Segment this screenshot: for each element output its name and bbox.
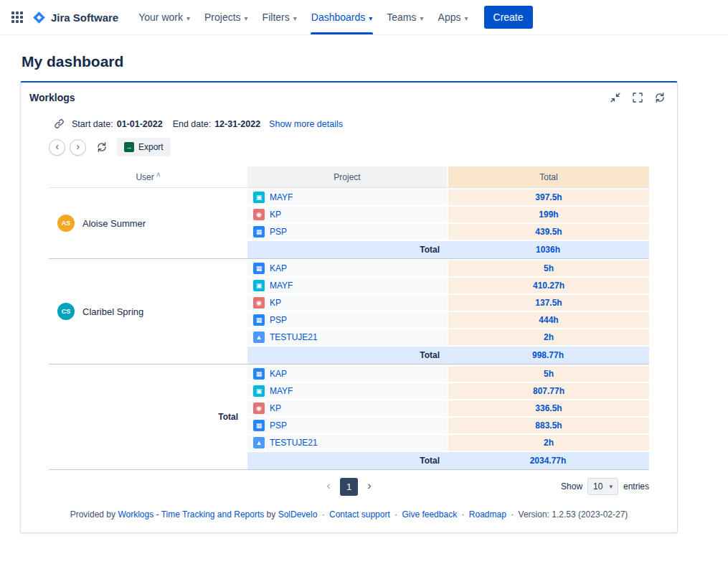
export-icon: → <box>124 142 134 152</box>
project-link[interactable]: KP <box>270 298 281 308</box>
page-size-value: 10 <box>593 481 602 492</box>
company-link[interactable]: SolDevelo <box>278 509 318 519</box>
project-avatar-icon: ▲ <box>253 437 265 448</box>
user-header-label: User <box>136 172 153 182</box>
total-label: Total <box>247 347 447 364</box>
export-label: Export <box>138 142 164 152</box>
worklog-row: ▣ MAYF 807.77h <box>247 383 649 399</box>
export-button[interactable]: → Export <box>117 138 171 156</box>
project-link[interactable]: MAYF <box>270 192 293 202</box>
total-label: Total <box>247 241 447 258</box>
nav-item-label: Your work <box>138 11 183 23</box>
start-date-label: Start date: <box>72 119 113 129</box>
grand-total-label: Total <box>218 412 238 422</box>
project-link[interactable]: KAP <box>270 369 287 379</box>
user-group-aloise-summer: AS Aloise Summer ▣ MAYF 397.5h ◉ <box>49 188 649 259</box>
prev-period-button[interactable]: ‹ <box>49 139 65 156</box>
collapse-icon[interactable] <box>610 92 621 103</box>
project-cell: ▣ MAYF <box>247 189 447 205</box>
show-more-details-link[interactable]: Show more details <box>269 119 343 129</box>
page-next-icon[interactable]: › <box>367 479 372 492</box>
nav-item-apps[interactable]: Apps ▾ <box>431 0 476 34</box>
project-cell: ▲ TESTUJE21 <box>247 329 447 345</box>
gadget-header: Worklogs <box>21 83 677 103</box>
nav-item-your-work[interactable]: Your work ▾ <box>131 0 197 34</box>
project-link[interactable]: MAYF <box>270 386 293 396</box>
user-name: Aloise Summer <box>82 218 146 229</box>
project-link[interactable]: PSP <box>270 420 287 431</box>
contact-support-link[interactable]: Contact support <box>329 509 390 519</box>
total-value: 2034.77h <box>447 452 649 469</box>
main-nav: Your work ▾ Projects ▾ Filters ▾ Dashboa… <box>131 0 475 34</box>
worklog-row: ◉ KP 137.5h <box>247 295 649 311</box>
pagination-row: ‹ 1 › Show 10 ▾ entries <box>49 477 649 496</box>
total-label: Total <box>247 452 447 469</box>
project-link[interactable]: KP <box>270 210 281 220</box>
chevron-down-icon: ▾ <box>420 13 424 22</box>
next-period-button[interactable]: › <box>70 139 86 156</box>
start-date-value: 01-01-2022 <box>117 119 163 129</box>
total-cell: 5h <box>448 260 649 276</box>
refresh-table-icon[interactable] <box>96 141 108 153</box>
worklog-row: ▦ PSP 883.5h <box>247 418 649 433</box>
worklog-row: ▣ MAYF 410.27h <box>247 278 649 293</box>
project-link[interactable]: TESTUJE21 <box>270 332 318 342</box>
plugin-link[interactable]: Worklogs - Time Tracking and Reports <box>118 509 264 519</box>
give-feedback-link[interactable]: Give feedback <box>402 509 457 519</box>
page-size-select[interactable]: 10 ▾ <box>587 478 618 495</box>
column-header-total[interactable]: Total <box>448 166 649 187</box>
separator: · <box>461 509 464 519</box>
total-cell: 2h <box>448 435 649 451</box>
fullscreen-icon[interactable] <box>632 92 643 103</box>
project-cell: ▣ MAYF <box>247 383 447 399</box>
nav-item-dashboards[interactable]: Dashboards ▾ <box>304 0 380 34</box>
page-size-control: Show 10 ▾ entries <box>561 478 649 495</box>
worklog-row: ◉ KP 336.5h <box>247 400 649 416</box>
roadmap-link[interactable]: Roadmap <box>469 509 506 519</box>
project-link[interactable]: MAYF <box>270 281 293 291</box>
user-cell: CS Claribel Spring <box>49 259 247 364</box>
nav-item-projects[interactable]: Projects ▾ <box>197 0 255 34</box>
provided-by-label: Provided by <box>70 509 115 519</box>
page-1-button[interactable]: 1 <box>340 478 358 496</box>
nav-item-teams[interactable]: Teams ▾ <box>379 0 430 34</box>
chevron-down-icon: ▾ <box>186 13 190 22</box>
total-cell: 410.27h <box>448 278 649 293</box>
project-avatar-icon: ▣ <box>253 280 265 291</box>
page-prev-icon[interactable]: ‹ <box>326 479 331 492</box>
project-cell: ◉ KP <box>247 295 447 311</box>
worklog-row: ▲ TESTUJE21 2h <box>247 329 649 345</box>
project-avatar-icon: ◉ <box>253 403 265 414</box>
project-link[interactable]: TESTUJE21 <box>270 438 318 448</box>
project-link[interactable]: PSP <box>270 227 287 237</box>
create-button[interactable]: Create <box>484 6 533 29</box>
project-link[interactable]: PSP <box>270 315 287 325</box>
project-avatar-icon: ▦ <box>253 368 265 380</box>
total-cell: 883.5h <box>448 418 649 433</box>
app-switcher-icon[interactable] <box>7 7 27 27</box>
worklog-row: ▦ KAP 5h <box>247 366 649 382</box>
project-cell: ▦ PSP <box>247 418 447 433</box>
entries-label: entries <box>623 481 649 492</box>
nav-item-label: Apps <box>438 11 461 23</box>
gadget-actions <box>610 92 666 103</box>
chevron-down-icon: ▾ <box>464 13 468 22</box>
column-header-project[interactable]: Project <box>247 166 447 187</box>
refresh-gadget-icon[interactable] <box>654 92 666 103</box>
separator: · <box>511 509 514 519</box>
jira-logo[interactable]: Jira Software <box>32 10 118 25</box>
project-link[interactable]: KP <box>270 403 281 413</box>
chevron-left-icon: ‹ <box>55 141 59 151</box>
column-header-user[interactable]: User ˄ <box>49 166 247 187</box>
gadget-title: Worklogs <box>29 92 75 103</box>
nav-item-filters[interactable]: Filters ▾ <box>255 0 304 34</box>
gadget-footer: Provided by Worklogs - Time Tracking and… <box>21 509 677 519</box>
project-cell: ▦ PSP <box>247 224 447 240</box>
nav-item-label: Teams <box>387 11 416 23</box>
sort-asc-icon: ˄ <box>156 171 161 179</box>
version-label: Version: 1.2.53 (2023-02-27) <box>519 509 628 519</box>
chevron-down-icon: ▾ <box>293 13 297 22</box>
project-link[interactable]: KAP <box>270 263 287 273</box>
chevron-right-icon: › <box>76 141 80 151</box>
total-value: 998.77h <box>447 347 649 364</box>
